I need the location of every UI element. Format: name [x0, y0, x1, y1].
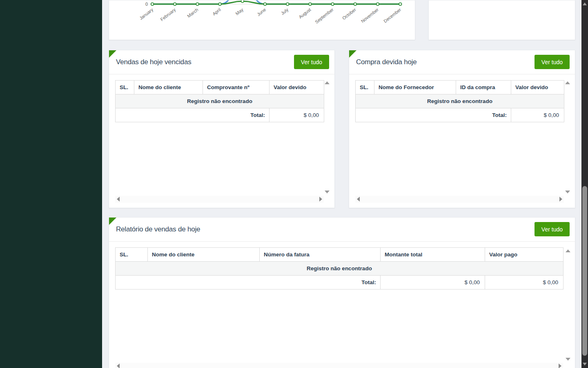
- column-header: Valor devido: [511, 81, 564, 94]
- view-all-button[interactable]: Ver tudo: [535, 222, 570, 236]
- view-all-button[interactable]: Ver tudo: [294, 55, 329, 69]
- column-header: SL.: [116, 81, 134, 94]
- column-header: Número da fatura: [260, 248, 381, 262]
- table-header-row: SL.Nome do clienteComprovante nºValor de…: [116, 81, 324, 94]
- scroll-down-icon[interactable]: [566, 358, 570, 361]
- empty-row: Registro não encontrado: [356, 94, 564, 108]
- table-header-row: SL.Nome do FornecedorID da compraValor d…: [356, 81, 564, 94]
- scrollbar-down-icon[interactable]: [583, 363, 587, 366]
- svg-text:March: March: [186, 7, 199, 18]
- horizontal-scrollbar[interactable]: [115, 363, 563, 368]
- total-label: Total:: [116, 108, 270, 122]
- panel-sales-due: Vendas de hoje vencidas Ver tudo SL.Nome…: [109, 50, 335, 208]
- panel-title: Compra devida hoje: [356, 58, 417, 66]
- scroll-left-icon[interactable]: [357, 197, 360, 202]
- empty-message: Registro não encontrado: [116, 262, 564, 276]
- svg-text:June: June: [256, 7, 267, 17]
- svg-text:August: August: [298, 7, 312, 20]
- empty-message: Registro não encontrado: [116, 94, 324, 108]
- page-scrollbar-thumb[interactable]: [582, 186, 587, 356]
- column-header: SL.: [116, 248, 148, 262]
- column-header: Comprovante nº: [203, 81, 270, 94]
- scroll-up-icon[interactable]: [566, 249, 570, 252]
- panel-title: Relatório de vendas de hoje: [116, 225, 200, 233]
- sales-report-table: SL.Nome do clienteNúmero da faturaMontan…: [115, 247, 564, 289]
- column-header: SL.: [356, 81, 374, 94]
- scroll-up-icon[interactable]: [325, 81, 330, 84]
- total-paid-value: $ 0,00: [485, 276, 564, 289]
- total-label: Total:: [116, 276, 381, 289]
- column-header: ID da compra: [456, 81, 511, 94]
- scroll-left-icon[interactable]: [117, 197, 120, 202]
- divider: [109, 241, 575, 242]
- panel-sales-due-header: Vendas de hoje vencidas Ver tudo: [109, 50, 334, 74]
- table-header-row: SL.Nome do clienteNúmero da faturaMontan…: [116, 248, 564, 262]
- panel-sales-report: Relatório de vendas de hoje Ver tudo SL.…: [109, 217, 575, 368]
- column-header: Nome do Fornecedor: [374, 81, 456, 94]
- scroll-down-icon[interactable]: [565, 191, 570, 193]
- svg-text:July: July: [280, 7, 290, 16]
- column-header: Nome do cliente: [148, 248, 260, 262]
- column-header: Montante total: [381, 248, 485, 262]
- total-value: $ 0,00: [270, 108, 324, 122]
- view-all-button[interactable]: Ver tudo: [535, 55, 570, 69]
- sales-due-table: SL.Nome do clienteComprovante nºValor de…: [115, 80, 324, 122]
- scroll-right-icon[interactable]: [319, 197, 322, 202]
- svg-text:January: January: [138, 7, 154, 21]
- panel-title: Vendas de hoje vencidas: [116, 58, 191, 66]
- panel-purchase-due: Compra devida hoje Ver tudo SL.Nome do F…: [349, 50, 575, 208]
- total-amount-value: $ 0,00: [381, 276, 485, 289]
- divider: [109, 74, 334, 74]
- sidebar: [0, 0, 102, 368]
- scroll-left-icon[interactable]: [117, 364, 120, 368]
- panel-sales-report-header: Relatório de vendas de hoje Ver tudo: [109, 218, 575, 241]
- scroll-up-icon[interactable]: [565, 81, 570, 84]
- monthly-chart: 0JanuaryFebruaryMarchAprilMayJuneJulyAug…: [109, 0, 415, 40]
- column-header: Valor pago: [485, 248, 564, 262]
- svg-text:May: May: [234, 7, 244, 16]
- scroll-right-icon[interactable]: [559, 197, 562, 202]
- total-row: Total: $ 0,00: [116, 108, 324, 122]
- scroll-right-icon[interactable]: [559, 364, 561, 368]
- horizontal-scrollbar[interactable]: [355, 196, 564, 203]
- svg-text:February: February: [159, 7, 176, 22]
- monthly-chart-card: 0JanuaryFebruaryMarchAprilMayJuneJulyAug…: [109, 0, 415, 40]
- scroll-down-icon[interactable]: [325, 191, 330, 193]
- purchase-due-table-wrap: SL.Nome do FornecedorID da compraValor d…: [355, 80, 564, 122]
- total-row: Total: $ 0,00 $ 0,00: [116, 276, 564, 289]
- svg-text:April: April: [212, 7, 222, 16]
- total-value: $ 0,00: [511, 108, 564, 122]
- column-header: Valor devido: [270, 81, 324, 94]
- sales-report-table-wrap: SL.Nome do clienteNúmero da faturaMontan…: [115, 247, 563, 289]
- purchase-due-table: SL.Nome do FornecedorID da compraValor d…: [355, 80, 564, 122]
- svg-text:December: December: [383, 7, 402, 24]
- svg-text:October: October: [341, 7, 357, 21]
- empty-row: Registro não encontrado: [116, 94, 324, 108]
- panel-purchase-due-header: Compra devida hoje Ver tudo: [349, 50, 575, 74]
- column-header: Nome do cliente: [134, 81, 203, 94]
- svg-text:November: November: [360, 7, 380, 24]
- top-right-card: [428, 0, 575, 40]
- svg-text:September: September: [314, 7, 334, 25]
- total-label: Total:: [356, 108, 511, 122]
- sales-due-table-wrap: SL.Nome do clienteComprovante nºValor de…: [115, 80, 324, 122]
- empty-message: Registro não encontrado: [356, 94, 564, 108]
- divider: [349, 74, 575, 74]
- scrollbar-up-icon[interactable]: [583, 2, 587, 5]
- total-row: Total: $ 0,00: [356, 108, 564, 122]
- svg-text:0: 0: [145, 2, 148, 7]
- empty-row: Registro não encontrado: [116, 262, 564, 276]
- horizontal-scrollbar[interactable]: [115, 196, 324, 203]
